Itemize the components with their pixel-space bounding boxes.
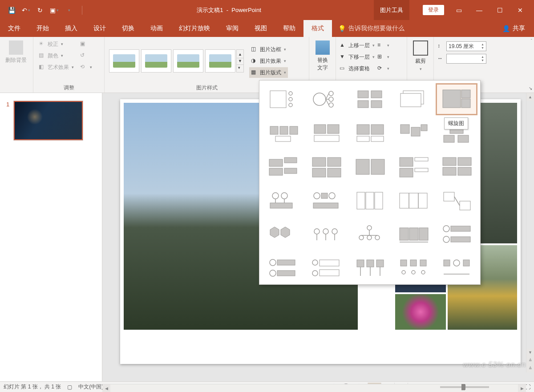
send-backward-button[interactable]: ▼下移一层▾ bbox=[340, 52, 375, 62]
picture-layout-option-9[interactable] bbox=[392, 117, 434, 149]
picture-layout-option-11[interactable] bbox=[262, 151, 304, 183]
minimize-button[interactable]: — bbox=[469, 0, 490, 20]
styles-more-button[interactable]: ▾ bbox=[237, 65, 243, 70]
styles-scroll-up[interactable]: ▲ bbox=[237, 52, 243, 57]
close-button[interactable]: ✕ bbox=[510, 0, 530, 20]
picture-layout-option-2[interactable] bbox=[306, 83, 348, 115]
picture-layout-option-24[interactable] bbox=[392, 218, 434, 251]
picture-style-3[interactable] bbox=[173, 49, 203, 73]
picture-layout-option-15[interactable] bbox=[436, 151, 477, 183]
picture-layout-option-21[interactable] bbox=[262, 218, 304, 251]
undo-button[interactable]: ↶▾ bbox=[20, 4, 32, 16]
photo-flower[interactable] bbox=[395, 294, 446, 330]
picture-layout-option-4[interactable] bbox=[392, 83, 434, 115]
prev-slide-button[interactable]: ≜ bbox=[526, 356, 534, 364]
picture-styles-gallery[interactable]: ▲ ▼ ▾ bbox=[108, 48, 244, 73]
tab-view[interactable]: 视图 bbox=[247, 20, 275, 37]
picture-layout-option-19[interactable] bbox=[392, 185, 434, 217]
picture-layout-option-17[interactable] bbox=[306, 185, 348, 217]
maximize-button[interactable]: ☐ bbox=[490, 0, 510, 20]
ribbon-display-options-button[interactable]: ▭ bbox=[449, 0, 469, 20]
tab-insert[interactable]: 插入 bbox=[57, 20, 85, 37]
picture-style-4[interactable] bbox=[205, 49, 235, 73]
picture-layout-option-18[interactable] bbox=[349, 185, 391, 217]
spellcheck-icon[interactable]: ▢ bbox=[67, 384, 72, 390]
slide-indicator[interactable]: 幻灯片 第 1 张， 共 1 张 bbox=[4, 383, 61, 391]
tab-design[interactable]: 设计 bbox=[85, 20, 114, 37]
svg-rect-116 bbox=[444, 260, 450, 266]
picture-layout-option-5[interactable] bbox=[436, 83, 477, 115]
selection-pane-button[interactable]: ▭选择窗格 bbox=[340, 64, 375, 73]
start-from-beginning-button[interactable]: ▣▾ bbox=[48, 4, 61, 16]
picture-layout-option-22[interactable] bbox=[306, 218, 348, 251]
rotate-button[interactable]: ⟳▾ bbox=[377, 64, 389, 73]
picture-layout-option-26[interactable] bbox=[262, 252, 304, 284]
redo-button[interactable]: ↻ bbox=[34, 4, 46, 16]
height-input[interactable]: 19.05 厘米▲▼ bbox=[446, 41, 486, 51]
picture-layout-option-20[interactable] bbox=[436, 185, 477, 217]
save-button[interactable]: 💾 bbox=[5, 4, 18, 16]
svg-point-117 bbox=[453, 260, 460, 266]
picture-layout-option-1[interactable] bbox=[262, 83, 304, 115]
picture-layout-option-30[interactable] bbox=[436, 252, 477, 284]
customize-qat-button[interactable]: ▾ bbox=[62, 4, 75, 16]
tell-me-field[interactable]: 💡 告诉我你想要做什么 bbox=[332, 20, 494, 37]
picture-layout-option-3[interactable] bbox=[349, 83, 391, 115]
tab-animations[interactable]: 动画 bbox=[142, 20, 171, 37]
picture-layout-option-23[interactable] bbox=[349, 218, 391, 251]
crop-button[interactable]: 裁剪▾ bbox=[411, 39, 430, 71]
tab-home[interactable]: 开始 bbox=[28, 20, 57, 37]
align-button[interactable]: ≡▾ bbox=[377, 40, 389, 50]
vertical-scrollbar[interactable]: ▲ ▼ ≜ ≜ bbox=[526, 93, 534, 372]
picture-layout-option-25[interactable] bbox=[436, 218, 477, 251]
collapse-ribbon-button[interactable]: ˇ bbox=[531, 39, 532, 44]
bring-forward-button[interactable]: ▲上移一层▾ bbox=[340, 40, 375, 50]
picture-layout-option-6[interactable] bbox=[262, 117, 304, 149]
language-indicator[interactable]: 中文(中国) bbox=[78, 383, 103, 391]
corrections-button[interactable]: ☀校正▾ bbox=[37, 39, 76, 49]
tab-slideshow[interactable]: 幻灯片放映 bbox=[171, 20, 218, 37]
border-icon: ◫ bbox=[251, 46, 258, 53]
picture-layout-option-16[interactable] bbox=[262, 185, 304, 217]
remove-background-button[interactable]: 删除背景 bbox=[4, 39, 28, 64]
zoom-slider[interactable] bbox=[440, 386, 489, 388]
picture-style-2[interactable] bbox=[141, 49, 171, 73]
color-button[interactable]: ▤颜色▾ bbox=[37, 50, 76, 61]
picture-layout-option-13[interactable] bbox=[349, 151, 391, 183]
slide-thumbnail-1[interactable] bbox=[14, 101, 83, 140]
svg-rect-19 bbox=[461, 99, 470, 108]
styles-scroll-down[interactable]: ▼ bbox=[237, 58, 243, 64]
size-dialog-launcher[interactable]: ↘ bbox=[529, 86, 532, 91]
scroll-up-button[interactable]: ▲ bbox=[526, 93, 534, 101]
artistic-effects-button[interactable]: ◧艺术效果▾ bbox=[37, 62, 76, 73]
picture-effects-button[interactable]: ◑图片效果▾ bbox=[249, 56, 288, 66]
share-button[interactable]: 👤 共享 bbox=[494, 20, 534, 37]
picture-layout-button[interactable]: ▦图片版式▾ bbox=[249, 67, 288, 78]
svg-point-93 bbox=[443, 236, 449, 242]
tab-transitions[interactable]: 切换 bbox=[114, 20, 142, 37]
picture-style-1[interactable] bbox=[109, 49, 139, 73]
picture-border-button[interactable]: ◫图片边框▾ bbox=[249, 44, 288, 55]
picture-layout-option-14[interactable] bbox=[392, 151, 434, 183]
scroll-left-button[interactable]: ◀ bbox=[102, 384, 110, 392]
width-input[interactable]: ▲▼ bbox=[446, 54, 486, 64]
picture-layout-option-8[interactable] bbox=[349, 117, 391, 149]
picture-layout-option-12[interactable] bbox=[306, 151, 348, 183]
tab-review[interactable]: 审阅 bbox=[218, 20, 247, 37]
picture-layout-option-28[interactable] bbox=[349, 252, 391, 284]
picture-layout-option-27[interactable] bbox=[306, 252, 348, 284]
next-slide-button[interactable]: ≜ bbox=[526, 364, 534, 372]
reset-picture-button[interactable]: ⟲▾ bbox=[78, 62, 94, 73]
sign-in-button[interactable]: 登录 bbox=[423, 5, 444, 15]
tab-format[interactable]: 格式 bbox=[303, 20, 332, 37]
alt-text-button[interactable]: 替换 文字 bbox=[313, 39, 332, 72]
compress-pictures-button[interactable]: ▣ bbox=[78, 39, 94, 49]
scroll-right-button[interactable]: ▶ bbox=[518, 384, 526, 392]
group-button[interactable]: ⊞▾ bbox=[377, 52, 389, 62]
tab-help[interactable]: 帮助 bbox=[275, 20, 303, 37]
picture-layout-option-7[interactable] bbox=[306, 117, 348, 149]
picture-layout-option-29[interactable] bbox=[392, 252, 434, 284]
change-picture-button[interactable]: ↺ bbox=[78, 50, 94, 61]
scroll-down-button[interactable]: ▼ bbox=[526, 348, 534, 356]
tab-file[interactable]: 文件 bbox=[0, 20, 28, 37]
